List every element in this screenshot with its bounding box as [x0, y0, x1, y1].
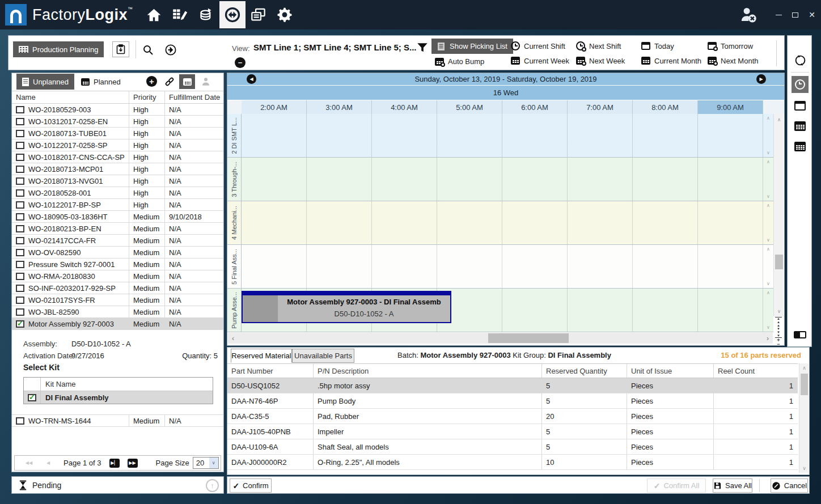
work-order-checkbox[interactable]	[16, 285, 24, 292]
lane-scroll-chevrons[interactable]: ∧∨	[763, 245, 773, 289]
calendar-vertical-scrollbar[interactable]: ∧ ∨	[773, 114, 784, 332]
current-shift-button[interactable]: Current Shift	[511, 39, 576, 53]
work-order-row[interactable]: WO-180905-03-1836HT Medium 9/10/2018	[12, 211, 223, 223]
work-order-checkbox[interactable]	[16, 142, 24, 149]
scroll-up-arrow[interactable]: ∧	[774, 115, 784, 124]
collapse-panel-button[interactable]: ↑	[206, 479, 219, 492]
lane-2[interactable]	[242, 158, 763, 201]
tab-unplanned[interactable]: Unplanned	[16, 74, 74, 90]
lane-1[interactable]	[242, 114, 763, 158]
link-icon[interactable]	[164, 76, 175, 87]
next-page-button[interactable]: ▶▏	[109, 459, 120, 468]
scroll-left-arrow[interactable]: ‹	[228, 334, 238, 342]
zoom-out-button[interactable]: −	[775, 342, 782, 346]
time-cell-current[interactable]: 9:00 AM	[698, 100, 763, 115]
work-order-checkbox[interactable]	[16, 189, 24, 197]
production-planning-button[interactable]: Production Planning	[13, 41, 104, 57]
tab-unavailable-parts[interactable]: Unavailable Parts	[292, 349, 354, 363]
horizontal-scroll-thumb[interactable]	[488, 333, 569, 343]
time-cell[interactable]: 7:00 AM	[568, 100, 633, 115]
work-order-checkbox[interactable]	[16, 273, 24, 280]
work-order-checkbox[interactable]	[16, 154, 24, 161]
filter-funnel-icon[interactable]	[416, 41, 429, 54]
clipboard-button[interactable]	[112, 41, 129, 57]
calendar-horizontal-scrollbar[interactable]: ‹ ›	[228, 333, 773, 344]
cancel-button[interactable]: Cancel	[771, 478, 808, 493]
confirm-button[interactable]: ✓Confirm	[230, 478, 272, 493]
work-order-row[interactable]: Motor Assembly 927-0003 Medium N/A	[12, 318, 223, 330]
time-cell[interactable]: 4:00 AM	[372, 100, 437, 115]
scroll-right-arrow[interactable]: ›	[763, 334, 773, 342]
scroll-up-arrow[interactable]: ∧	[799, 363, 809, 372]
work-order-checkbox[interactable]	[16, 320, 24, 328]
previous-page-button[interactable]: ◀	[43, 459, 53, 468]
process-definition-icon[interactable]	[167, 1, 193, 28]
time-cell[interactable]: 2:00 AM	[242, 100, 307, 115]
work-order-row[interactable]: WO-TRN-MS-1644 Medium N/A	[12, 415, 223, 427]
work-order-row[interactable]: SO-INF-02032017-929-SP Medium N/A	[12, 282, 223, 294]
today-button[interactable]: Today	[641, 39, 708, 53]
work-order-checkbox[interactable]	[16, 237, 24, 244]
current-month-button[interactable]: Current Month	[641, 53, 708, 68]
work-order-row[interactable]: WO-OV-082590 Medium N/A	[12, 247, 223, 259]
part-row[interactable]: DAA-J000000R2 O-Ring, 2.25", All models …	[227, 455, 798, 470]
search-icon[interactable]	[142, 44, 154, 56]
work-order-row[interactable]: WO-RMA-20180830 Medium N/A	[12, 270, 223, 282]
lane-4[interactable]	[242, 245, 763, 289]
part-row[interactable]: D50-USQ1052 .5hp motor assy 5 Pieces 1	[227, 378, 798, 393]
minimize-button[interactable]	[776, 15, 782, 15]
work-order-checkbox[interactable]	[16, 177, 24, 185]
part-row[interactable]: DAA-U109-6A Shaft Seal, all models 5 Pie…	[227, 439, 798, 455]
lane-scroll-chevrons[interactable]: ∧∨	[763, 158, 773, 201]
save-all-button[interactable]: Save All	[713, 478, 752, 493]
auto-bump-button[interactable]: Auto Bump	[435, 57, 484, 66]
scroll-down-arrow[interactable]: ∨	[774, 307, 784, 316]
view-value[interactable]: SMT Line 1; SMT Line 4; SMT Line 5; S...	[253, 43, 417, 52]
part-row[interactable]: DAA-J105-40PNB Impeller 5 Pieces 1	[227, 424, 798, 439]
next-week-arrow[interactable]: ▶	[756, 74, 766, 84]
tab-planned[interactable]: Planned	[81, 74, 121, 90]
week-view-button[interactable]	[792, 117, 809, 134]
next-week-button[interactable]: Next Week	[576, 53, 641, 68]
parts-scrollbar[interactable]: ∧ ∨	[799, 363, 809, 473]
show-picking-list-button[interactable]: Show Picking List	[431, 39, 513, 54]
parts-scroll-thumb[interactable]	[801, 374, 808, 395]
refresh-icon[interactable]	[792, 52, 809, 69]
current-week-button[interactable]: Current Week	[511, 53, 576, 68]
work-order-row[interactable]: WO-20180713-NVG01 High N/A	[12, 175, 223, 187]
close-button[interactable]: ✕	[809, 11, 815, 19]
work-order-row[interactable]: WO-10312017-0258-EN High N/A	[12, 116, 223, 128]
work-order-row[interactable]: WO-20180713-MCP01 High N/A	[12, 163, 223, 175]
time-cell[interactable]: 5:00 AM	[437, 100, 502, 115]
settings-gear-icon[interactable]	[272, 1, 298, 28]
work-order-row[interactable]: WO-10122017-BP-SP High N/A	[12, 199, 223, 211]
collapse-view-icon[interactable]: −	[235, 57, 246, 68]
day-view-button[interactable]	[792, 97, 809, 114]
tomorrow-button[interactable]: Tomorrow	[708, 39, 773, 53]
user-logout-icon[interactable]	[739, 6, 759, 24]
work-order-checkbox[interactable]	[16, 249, 24, 256]
part-row[interactable]: DAA-N76-46P Pump Body 5 Pieces 1	[227, 393, 798, 409]
work-order-checkbox[interactable]	[16, 261, 24, 268]
tab-reserved-material[interactable]: Reserved Material	[231, 349, 292, 363]
kit-row[interactable]: DI Final Assembly	[24, 391, 213, 404]
lane-3[interactable]	[242, 201, 763, 245]
time-cell[interactable]: 6:00 AM	[502, 100, 568, 115]
work-order-checkbox[interactable]	[16, 213, 24, 221]
materials-icon[interactable]	[193, 1, 219, 28]
part-row[interactable]: DAA-C35-5 Pad, Rubber 20 Pieces 1	[227, 409, 798, 424]
work-order-checkbox[interactable]	[16, 130, 24, 137]
scheduled-event[interactable]: Motor Assembly 927-0003 - DI Final Assem…	[242, 291, 451, 323]
lane-scroll-chevrons[interactable]: ∧∨	[763, 289, 773, 332]
work-order-row[interactable]: WO-20180213-BP-EN Medium N/A	[12, 223, 223, 235]
previous-week-arrow[interactable]: ◀	[247, 74, 256, 84]
lane-scroll-chevrons[interactable]: ∧∨	[763, 114, 773, 158]
work-order-row[interactable]: WO-10122017-0258-SP High N/A	[12, 139, 223, 151]
work-order-row[interactable]: WO-10182017-CNS-CCA-SP High N/A	[12, 151, 223, 163]
work-order-row[interactable]: WO-021417CCA-FR Medium N/A	[12, 235, 223, 247]
first-page-button[interactable]: ◀◀	[24, 459, 34, 468]
scroll-down-arrow[interactable]: ∨	[799, 464, 809, 473]
scheduling-icon-active[interactable]	[219, 1, 246, 28]
calendar-day-header[interactable]: 16 Wed	[227, 86, 784, 100]
last-page-button[interactable]: ▶▶	[128, 459, 138, 468]
